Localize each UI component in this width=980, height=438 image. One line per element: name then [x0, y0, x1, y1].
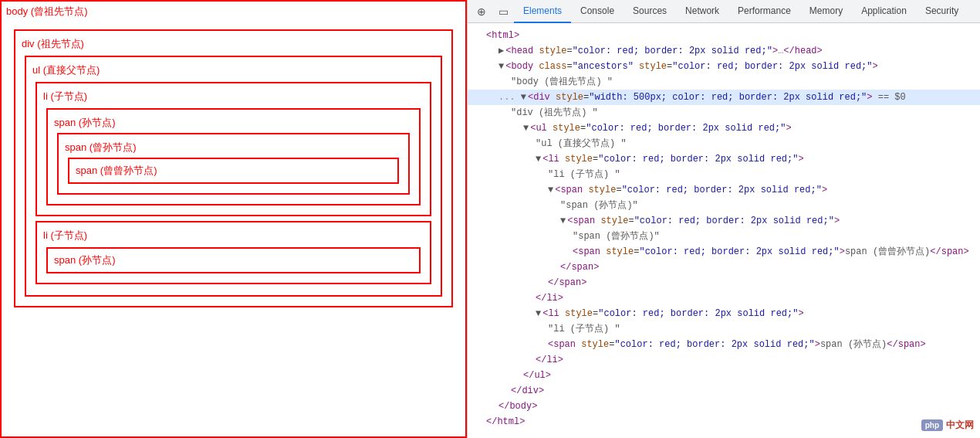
- li1-label: li (子节点): [43, 90, 424, 104]
- code-line-2[interactable]: <html>: [468, 28, 980, 43]
- code-line-15[interactable]: "span (曾孙节点)": [468, 229, 980, 244]
- code-line-7[interactable]: "div (祖先节点) ": [468, 105, 980, 121]
- code-line-10[interactable]: ▼<li style="color: red; border: 2px soli…: [468, 151, 980, 167]
- php-logo: php: [921, 419, 943, 431]
- span4-label: span (孙节点): [54, 254, 115, 266]
- code-line-4[interactable]: ▼<body class="ancestors" style="color: r…: [468, 59, 980, 74]
- ul-box: ul (直接父节点) li (子节点) span (孙节点) span (曾孙节…: [25, 56, 442, 297]
- ul-label: ul (直接父节点): [32, 63, 434, 77]
- devtools-tabs: ⊕ ▭ Elements Console Sources Network Per…: [468, 0, 980, 23]
- code-line-26[interactable]: </body>: [468, 399, 980, 414]
- body-label: body (曾祖先节点): [6, 5, 87, 19]
- code-line-17[interactable]: </span>: [468, 260, 980, 275]
- tab-sources[interactable]: Sources: [623, 0, 676, 23]
- code-line-24[interactable]: </ul>: [468, 368, 980, 383]
- tab-security[interactable]: Security: [916, 0, 968, 23]
- span2-box: span (曾孙节点) span (曾曾孙节点): [57, 133, 410, 195]
- span1-label: span (孙节点): [54, 116, 413, 130]
- li2-label: li (子节点): [43, 229, 424, 243]
- span3-label: span (曾曾孙节点): [76, 165, 157, 176]
- span2-label: span (曾孙节点): [65, 141, 402, 154]
- devtools-content[interactable]: <html> ▶<head style="color: red; border:…: [468, 23, 980, 438]
- code-line-16[interactable]: <span style="color: red; border: 2px sol…: [468, 244, 980, 260]
- code-line-11[interactable]: "li (子节点) ": [468, 167, 980, 182]
- tab-network[interactable]: Network: [676, 0, 728, 23]
- tab-application[interactable]: Application: [852, 0, 916, 23]
- tab-console[interactable]: Console: [571, 0, 623, 23]
- php-watermark: php 中文网: [921, 419, 974, 432]
- code-line-20[interactable]: ▼<li style="color: red; border: 2px soli…: [468, 306, 980, 321]
- right-panel: ⊕ ▭ Elements Console Sources Network Per…: [467, 0, 980, 438]
- tab-performance[interactable]: Performance: [728, 0, 800, 23]
- span4-box: span (孙节点): [46, 247, 421, 273]
- device-icon[interactable]: ▭: [492, 0, 514, 23]
- code-line-12[interactable]: ▼<span style="color: red; border: 2px so…: [468, 182, 980, 198]
- tab-elements[interactable]: Elements: [514, 0, 571, 23]
- code-line-3[interactable]: ▶<head style="color: red; border: 2px so…: [468, 43, 980, 59]
- li1-box: li (子节点) span (孙节点) span (曾孙节点) span (曾曾…: [35, 82, 431, 216]
- code-line-5[interactable]: "body (曾祖先节点) ": [468, 74, 980, 90]
- code-line-25[interactable]: </div>: [468, 383, 980, 399]
- code-line-13[interactable]: "span (孙节点)": [468, 198, 980, 213]
- php-site-text: 中文网: [946, 419, 974, 432]
- span1-box: span (孙节点) span (曾孙节点) span (曾曾孙节点): [46, 108, 421, 205]
- div-label: div (祖先节点): [22, 37, 445, 51]
- code-line-27[interactable]: </html>: [468, 414, 980, 430]
- code-line-14[interactable]: ▼<span style="color: red; border: 2px so…: [468, 213, 980, 229]
- code-line-23[interactable]: </li>: [468, 352, 980, 368]
- div-box: div (祖先节点) ul (直接父节点) li (子节点) span (孙节点…: [14, 29, 453, 307]
- code-line-6[interactable]: ... ▼<div style="width: 500px; color: re…: [468, 90, 980, 105]
- code-line-21[interactable]: "li (子节点) ": [468, 321, 980, 337]
- cursor-icon[interactable]: ⊕: [471, 0, 492, 23]
- code-line-8[interactable]: ▼<ul style="color: red; border: 2px soli…: [468, 121, 980, 136]
- span3-box: span (曾曾孙节点): [68, 158, 399, 184]
- code-line-18[interactable]: </span>: [468, 275, 980, 290]
- code-line-19[interactable]: </li>: [468, 290, 980, 306]
- left-panel: body (曾祖先节点) div (祖先节点) ul (直接父节点) li (子…: [0, 0, 467, 438]
- li2-box: li (子节点) span (孙节点): [35, 221, 431, 284]
- tab-memory[interactable]: Memory: [800, 0, 852, 23]
- code-line-9[interactable]: "ul (直接父节点) ": [468, 136, 980, 151]
- code-line-22[interactable]: <span style="color: red; border: 2px sol…: [468, 337, 980, 352]
